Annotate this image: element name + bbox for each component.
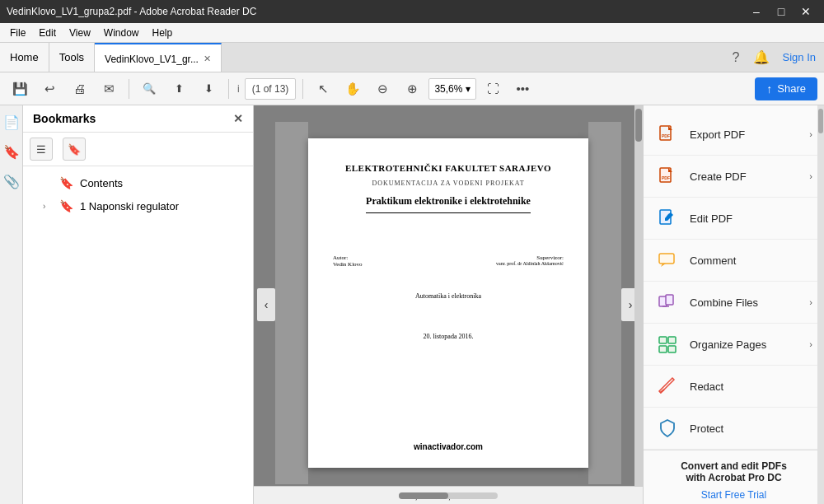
- page-display: (1 of 13): [252, 83, 289, 95]
- tab-tools[interactable]: Tools: [49, 43, 95, 72]
- close-button[interactable]: ✕: [794, 0, 817, 23]
- pdf-author-name: Vedin Klovo: [333, 261, 363, 268]
- pdf-vscrollbar[interactable]: [634, 105, 643, 504]
- menu-view[interactable]: View: [63, 26, 97, 40]
- page-indicator[interactable]: (1 of 13): [245, 78, 297, 100]
- toolbar-separator-3: [302, 79, 303, 99]
- share-icon: ↑: [766, 82, 772, 96]
- naponski-bookmark-icon: 🔖: [59, 199, 73, 212]
- pdf-hscrollbar[interactable]: [399, 492, 498, 499]
- tab-bar: Home Tools VedinKlovo_LV1_gr... ✕ ? 🔔 Si…: [0, 43, 824, 72]
- zoom-out-button[interactable]: 🔍: [136, 76, 162, 102]
- zoom-dropdown[interactable]: 35,6% ▾: [428, 78, 476, 100]
- right-panel-item-protect[interactable]: Protect: [644, 408, 824, 450]
- more-tools-button[interactable]: •••: [509, 76, 536, 102]
- cta-section: Convert and edit PDFswith Acrobat Pro DC…: [644, 450, 824, 504]
- hand-tool-button[interactable]: ✋: [339, 76, 366, 102]
- zoom-value: 35,6%: [434, 83, 462, 95]
- contents-bookmark-icon: 🔖: [59, 176, 73, 189]
- page-info-icon: i: [236, 83, 241, 95]
- save-button[interactable]: 💾: [7, 76, 33, 102]
- zoom-minus-button[interactable]: ⊖: [369, 76, 396, 102]
- download-button[interactable]: ⬇: [195, 76, 222, 102]
- pdf-left-gutter: [275, 122, 308, 484]
- sidebar-item-contents[interactable]: 🔖 Contents: [23, 171, 253, 194]
- email-button[interactable]: ✉: [96, 76, 122, 102]
- right-panel: PDF Export PDF › PDF Create PDF › Edit P…: [643, 105, 824, 504]
- pdf-prev-page-button[interactable]: ‹: [257, 288, 275, 321]
- pdf-supervisor-name: vanr. prof. dr Aldinlah Akšamović: [496, 261, 564, 266]
- right-panel-item-redact[interactable]: Redact: [644, 366, 824, 408]
- pdf-area[interactable]: ‹ › ELEKTROTEHNIČKI FAKULTET SARAJEVO DO…: [254, 105, 643, 504]
- menu-bar: File Edit View Window Help: [0, 23, 824, 43]
- pdf-author-block: Autor: Vedin Klovo Supervizor: vanr. pro…: [333, 254, 564, 268]
- pdf-vscrollbar-thumb[interactable]: [635, 109, 642, 142]
- right-panel-item-export-pdf[interactable]: PDF Export PDF ›: [644, 114, 824, 156]
- tab-tools-label: Tools: [59, 51, 84, 63]
- sidebar-add-bookmark-button[interactable]: 🔖: [63, 138, 86, 161]
- combine-files-icon: [655, 290, 680, 315]
- redact-icon: [655, 374, 680, 399]
- tab-document[interactable]: VedinKlovo_LV1_gr... ✕: [95, 43, 222, 72]
- notification-icon[interactable]: 🔔: [753, 49, 770, 65]
- create-pdf-icon: PDF: [655, 164, 680, 189]
- pdf-title: Praktikum elektronike i elektrotehnike: [366, 195, 531, 213]
- right-panel-wrapper: PDF Export PDF › PDF Create PDF › Edit P…: [643, 105, 824, 504]
- toolbar-separator-1: [129, 79, 129, 99]
- sidebar-item-naponski[interactable]: › 🔖 1 Naponski regulator: [23, 194, 253, 217]
- pdf-page: ELEKTROTEHNIČKI FAKULTET SARAJEVO DOKUME…: [308, 138, 588, 468]
- tab-home[interactable]: Home: [0, 43, 49, 72]
- fit-page-button[interactable]: ⛶: [480, 76, 506, 102]
- menu-edit[interactable]: Edit: [32, 26, 63, 40]
- upload-button[interactable]: ⬆: [166, 76, 192, 102]
- menu-help[interactable]: Help: [146, 26, 180, 40]
- pdf-author-label: Autor:: [333, 254, 363, 261]
- right-panel-item-combine[interactable]: Combine Files ›: [644, 282, 824, 324]
- help-icon[interactable]: ?: [733, 50, 740, 65]
- zoom-arrow-icon: ▾: [466, 83, 471, 95]
- title-bar-title: VedinKlovo_LV1_grupa2.pdf - Adobe Acroba…: [7, 6, 256, 17]
- strip-pages-icon[interactable]: 📄: [2, 112, 21, 132]
- naponski-chevron: ›: [43, 202, 53, 211]
- right-panel-item-create-pdf[interactable]: PDF Create PDF ›: [644, 156, 824, 198]
- cursor-tool-button[interactable]: ↖: [310, 76, 336, 102]
- share-button[interactable]: ↑ Share: [755, 77, 817, 100]
- menu-window[interactable]: Window: [97, 26, 146, 40]
- pdf-hscrollbar-thumb[interactable]: [399, 492, 448, 499]
- pdf-right-gutter: [588, 122, 621, 484]
- sidebar-item-contents-label: Contents: [80, 177, 123, 189]
- sidebar-close-button[interactable]: ✕: [233, 112, 243, 125]
- zoom-plus-button[interactable]: ⊕: [399, 76, 425, 102]
- organize-pages-expand-icon: ›: [809, 339, 812, 349]
- tab-bar-right: ? 🔔 Sign In: [724, 43, 824, 72]
- toolbar: 💾 ↩ 🖨 ✉ 🔍 ⬆ ⬇ i (1 of 13) ↖ ✋ ⊖ ⊕ 35,6% …: [0, 72, 824, 105]
- tab-close-button[interactable]: ✕: [204, 54, 211, 64]
- right-panel-item-organize[interactable]: Organize Pages ›: [644, 324, 824, 366]
- edit-pdf-label: Edit PDF: [690, 212, 803, 225]
- sign-in-button[interactable]: Sign In: [783, 51, 816, 63]
- protect-icon: [655, 416, 680, 441]
- svg-rect-5: [659, 254, 674, 264]
- sidebar-options-button[interactable]: ☰: [30, 138, 53, 161]
- svg-rect-10: [659, 337, 667, 343]
- svg-rect-8: [666, 295, 673, 305]
- right-panel-item-edit-pdf[interactable]: Edit PDF: [644, 198, 824, 240]
- right-panel-item-comment[interactable]: Comment: [644, 240, 824, 282]
- right-panel-scrollbar-thumb[interactable]: [818, 109, 823, 133]
- strip-bookmarks-icon[interactable]: 🔖: [2, 142, 21, 161]
- toolbar-separator-2: [228, 79, 229, 99]
- menu-file[interactable]: File: [3, 26, 32, 40]
- export-pdf-expand-icon: ›: [809, 129, 812, 139]
- comment-label: Comment: [690, 254, 803, 267]
- create-pdf-label: Create PDF: [690, 170, 799, 183]
- right-panel-scrollbar[interactable]: [817, 105, 824, 504]
- print-button[interactable]: 🖨: [66, 76, 92, 102]
- organize-pages-label: Organize Pages: [690, 338, 799, 351]
- svg-text:PDF: PDF: [662, 175, 670, 180]
- back-button[interactable]: ↩: [36, 76, 63, 102]
- maximize-button[interactable]: □: [770, 0, 793, 23]
- strip-attachments-icon[interactable]: 📎: [2, 171, 21, 191]
- minimize-button[interactable]: –: [745, 0, 768, 23]
- cta-link[interactable]: Start Free Trial: [701, 489, 766, 501]
- tab-home-label: Home: [10, 51, 39, 63]
